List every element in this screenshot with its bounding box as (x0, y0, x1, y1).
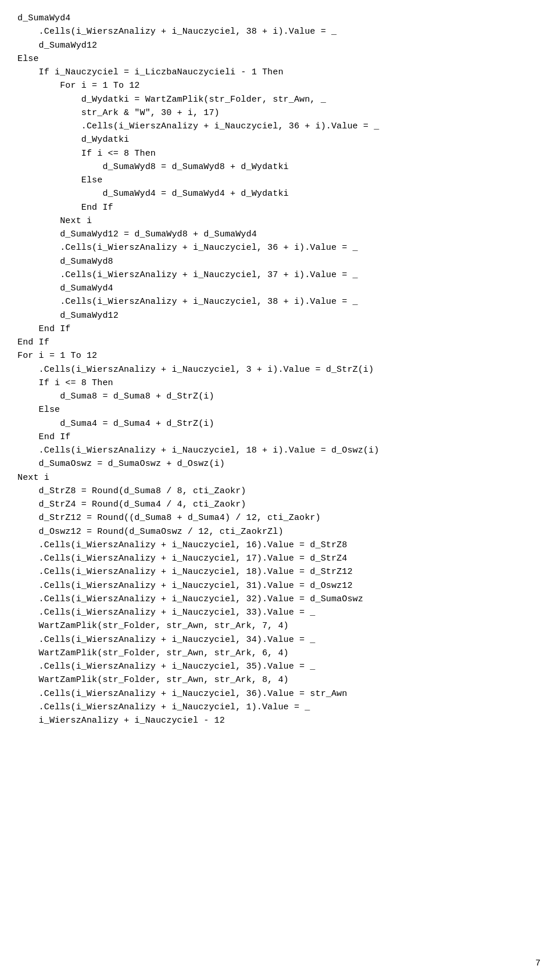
page-number: 7 (535, 959, 541, 968)
code-block: d_SumaWyd4 .Cells(i_WierszAnalizy + i_Na… (17, 12, 541, 727)
